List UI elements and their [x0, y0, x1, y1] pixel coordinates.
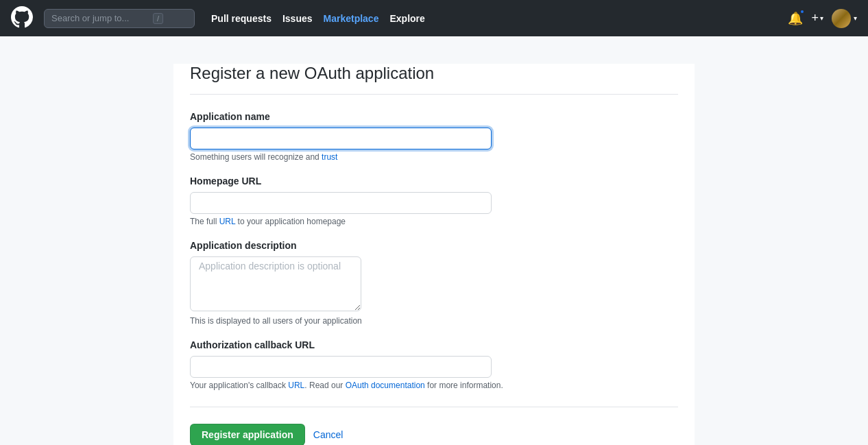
navbar: / Pull requests Issues Marketplace Explo…	[0, 0, 868, 36]
notifications-button[interactable]: 🔔	[788, 11, 803, 26]
main-content: Register a new OAuth application Applica…	[173, 64, 695, 445]
app-description-label: Application description	[190, 240, 678, 251]
nav-explore[interactable]: Explore	[389, 13, 424, 24]
callback-url-label: Authorization callback URL	[190, 339, 678, 350]
callback-url-input[interactable]	[190, 356, 492, 378]
form-divider	[190, 407, 678, 407]
github-logo[interactable]	[11, 6, 33, 30]
create-new-button[interactable]: + ▾	[811, 11, 823, 25]
callback-url-hint: Your application's callback URL. Read ou…	[190, 381, 678, 390]
nav-right: 🔔 + ▾ ▾	[788, 9, 857, 28]
homepage-url-label: Homepage URL	[190, 176, 678, 187]
form-actions: Register application Cancel	[190, 424, 678, 445]
homepage-url-group: Homepage URL The full URL to your applic…	[190, 176, 678, 226]
nav-links: Pull requests Issues Marketplace Explore	[211, 13, 425, 24]
user-chevron-icon: ▾	[854, 14, 857, 22]
url-link[interactable]: URL	[219, 217, 236, 226]
register-application-button[interactable]: Register application	[190, 424, 305, 445]
oauth-docs-link[interactable]: OAuth documentation	[346, 381, 425, 390]
cancel-button[interactable]: Cancel	[313, 429, 343, 440]
avatar	[832, 9, 851, 28]
app-description-group: Application description This is displaye…	[190, 240, 678, 326]
chevron-down-icon: ▾	[820, 14, 823, 22]
app-description-textarea[interactable]	[190, 256, 361, 311]
page-title: Register a new OAuth application	[190, 64, 678, 95]
callback-url-link[interactable]: URL	[288, 381, 304, 390]
app-name-input[interactable]	[190, 128, 492, 149]
nav-pull-requests[interactable]: Pull requests	[211, 13, 272, 24]
app-name-hint: Something users will recognize and trust	[190, 152, 678, 162]
nav-marketplace[interactable]: Marketplace	[324, 13, 379, 24]
homepage-url-hint: The full URL to your application homepag…	[190, 217, 678, 226]
search-box[interactable]: /	[44, 9, 195, 28]
nav-issues[interactable]: Issues	[282, 13, 313, 24]
trust-link[interactable]: trust	[322, 152, 337, 162]
app-description-hint: This is displayed to all users of your a…	[190, 316, 678, 326]
user-menu[interactable]: ▾	[832, 9, 857, 28]
search-kbd: /	[153, 13, 163, 24]
app-name-label: Application name	[190, 111, 678, 122]
oauth-registration-form: Application name Something users will re…	[190, 111, 678, 445]
callback-url-group: Authorization callback URL Your applicat…	[190, 339, 678, 390]
homepage-url-input[interactable]	[190, 192, 492, 214]
app-name-group: Application name Something users will re…	[190, 111, 678, 162]
search-input[interactable]	[51, 13, 147, 23]
plus-icon: +	[811, 11, 819, 25]
notification-badge	[799, 9, 805, 14]
